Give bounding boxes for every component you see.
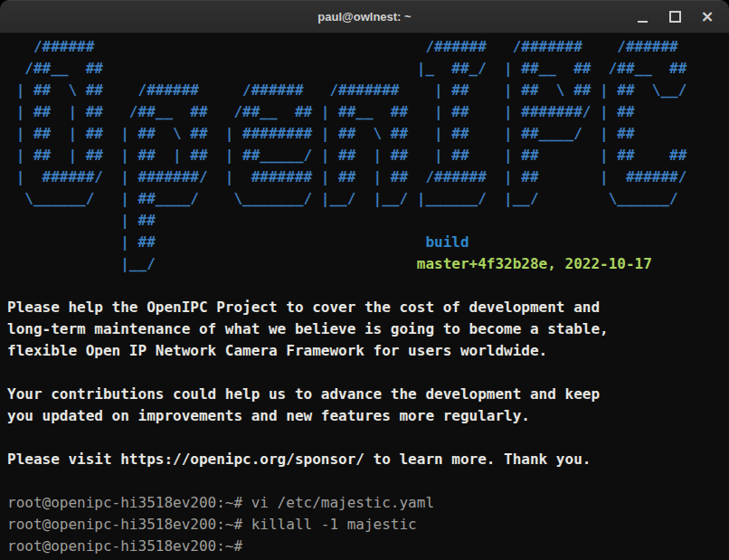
maximize-button[interactable] (658, 4, 691, 31)
terminal-line: | ## build (7, 232, 729, 253)
terminal-line: flexible Open IP Network Camera Framewor… (7, 340, 729, 362)
terminal-line: | ## | ## | ## \ ## | ######## | ## \ ##… (7, 123, 729, 145)
terminal-line: Your contributions could help us to adva… (7, 384, 729, 405)
terminal-line: \______/ | ##____/ \_______/ |__/ |__/ |… (7, 188, 729, 210)
terminal-output[interactable]: /###### /###### /####### /###### /##__ #… (0, 33, 729, 557)
terminal-line: root@openipc-hi3518ev200:~# (7, 536, 729, 557)
terminal-line (7, 275, 729, 297)
minimize-button[interactable] (626, 4, 658, 31)
terminal-line: /##__ ## |_ ##_/ | ##__ ## /##__ ## (7, 58, 729, 80)
terminal-line: root@openipc-hi3518ev200:~# vi /etc/maje… (7, 492, 729, 514)
close-icon: × (700, 8, 714, 24)
titlebar[interactable]: paul@owlnest: ~ × (0, 0, 729, 33)
terminal-line (7, 362, 729, 384)
window-title: paul@owlnest: ~ (317, 10, 411, 24)
terminal-line: Please visit https://openipc.org/sponsor… (7, 449, 729, 470)
terminal-line: /###### /###### /####### /###### (7, 36, 729, 58)
terminal-line: | ######/ | #######/ | ####### | ## | ##… (7, 166, 729, 188)
terminal-line: root@openipc-hi3518ev200:~# killall -1 m… (7, 514, 729, 536)
terminal-line: | ## (7, 210, 729, 232)
terminal-line (7, 427, 729, 449)
terminal-window: paul@owlnest: ~ × /###### /###### /#####… (0, 0, 729, 560)
terminal-line: |__/ master+4f32b28e, 2022-10-17 (7, 253, 729, 275)
terminal-line: Please help the OpenIPC Project to cover… (7, 297, 729, 318)
window-controls: × (626, 1, 724, 33)
terminal-line: you updated on improvements and new feat… (7, 405, 729, 427)
terminal-line: | ## \ ## /###### /###### /####### | ## … (7, 80, 729, 101)
terminal-line: long-term maintenance of what we believe… (7, 318, 729, 340)
terminal-line: | ## | ## | ## | ## | ##_____/ | ## | ##… (7, 145, 729, 166)
maximize-icon (669, 11, 681, 23)
terminal-line: | ## | ## /##__ ## /##__ ## | ##__ ## | … (7, 101, 729, 123)
minimize-icon (638, 21, 648, 23)
close-button[interactable]: × (691, 4, 724, 31)
terminal-line (7, 470, 729, 492)
